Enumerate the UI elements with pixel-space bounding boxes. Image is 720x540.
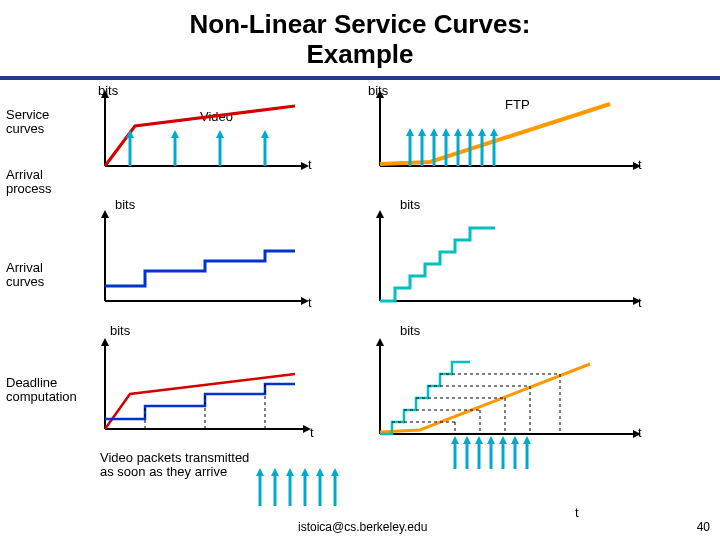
svg-marker-9 — [171, 130, 179, 138]
label-deadline: Deadline computation — [6, 376, 77, 405]
svg-marker-24 — [406, 128, 414, 136]
svg-marker-48 — [376, 338, 384, 346]
arrows-transmitted — [250, 456, 390, 516]
xlabel-extra: t — [575, 506, 579, 520]
plot-arrival-video — [85, 206, 315, 316]
svg-marker-39 — [633, 297, 641, 305]
svg-marker-1 — [101, 90, 109, 98]
svg-marker-26 — [430, 128, 438, 136]
svg-marker-74 — [523, 436, 531, 444]
slide-title: Non-Linear Service Curves: Example — [0, 0, 720, 74]
plot-service-video — [85, 86, 315, 181]
svg-marker-68 — [451, 436, 459, 444]
svg-marker-70 — [475, 436, 483, 444]
svg-marker-33 — [101, 210, 109, 218]
svg-marker-25 — [418, 128, 426, 136]
svg-marker-13 — [376, 90, 384, 98]
svg-marker-27 — [442, 128, 450, 136]
title-line2: Example — [307, 39, 414, 69]
label-arrival-curves: Arrival curves — [6, 261, 44, 290]
plot-arrival-ftp — [360, 206, 650, 316]
slide-number: 40 — [697, 520, 710, 534]
label-service-curves: Service curves — [6, 108, 49, 137]
svg-marker-86 — [331, 468, 339, 476]
svg-marker-85 — [316, 468, 324, 476]
svg-marker-82 — [271, 468, 279, 476]
svg-marker-83 — [286, 468, 294, 476]
svg-marker-71 — [487, 436, 495, 444]
label-arrival-process: Arrival process — [6, 168, 52, 197]
svg-marker-30 — [478, 128, 486, 136]
diagram-stage: Service curves Arrival process Arrival c… — [0, 86, 720, 540]
svg-marker-37 — [376, 210, 384, 218]
svg-marker-10 — [216, 130, 224, 138]
svg-marker-31 — [490, 128, 498, 136]
svg-marker-69 — [463, 436, 471, 444]
svg-marker-41 — [101, 338, 109, 346]
footer-email: istoica@cs.berkeley.edu — [298, 520, 427, 534]
svg-marker-84 — [301, 468, 309, 476]
title-rule — [0, 76, 720, 80]
svg-marker-50 — [633, 430, 641, 438]
svg-marker-11 — [261, 130, 269, 138]
svg-marker-73 — [511, 436, 519, 444]
plot-deadline-video — [85, 334, 320, 444]
svg-marker-35 — [301, 297, 309, 305]
svg-marker-43 — [303, 425, 311, 433]
svg-marker-3 — [301, 162, 309, 170]
svg-marker-81 — [256, 468, 264, 476]
plot-deadline-ftp — [360, 334, 650, 504]
caption-video: Video packets transmitted as soon as the… — [100, 451, 249, 480]
plot-service-ftp — [360, 86, 650, 181]
svg-marker-29 — [466, 128, 474, 136]
svg-marker-28 — [454, 128, 462, 136]
title-line1: Non-Linear Service Curves: — [189, 9, 530, 39]
svg-marker-72 — [499, 436, 507, 444]
svg-marker-15 — [633, 162, 641, 170]
